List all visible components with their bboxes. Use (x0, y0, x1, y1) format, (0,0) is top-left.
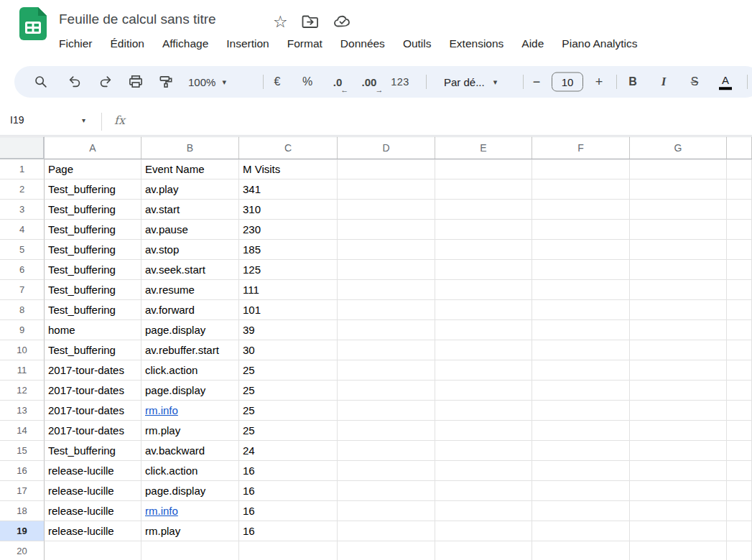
column-header-E[interactable]: E (435, 136, 532, 159)
cell-B12[interactable]: page.display (141, 381, 239, 401)
menu-fichier[interactable]: Fichier (57, 36, 94, 52)
cell-A10[interactable]: Test_buffering (45, 340, 141, 360)
cell-D9[interactable] (338, 320, 435, 340)
row-header-4[interactable]: 4 (0, 220, 45, 240)
cell-C20[interactable] (239, 541, 338, 560)
cell-F7[interactable] (532, 280, 630, 300)
cell-H13[interactable] (727, 401, 752, 421)
cell-B2[interactable]: av.play (141, 179, 239, 200)
select-all-corner[interactable] (0, 136, 45, 159)
cell-A11[interactable]: 2017-tour-dates (45, 360, 141, 381)
cell-H15[interactable] (727, 441, 752, 461)
cell-E20[interactable] (435, 541, 532, 560)
cell-B20[interactable] (141, 541, 239, 560)
menu-edition[interactable]: Édition (109, 36, 146, 52)
cell-A16[interactable]: release-lucille (45, 461, 141, 481)
menu-aide[interactable]: Aide (520, 36, 545, 52)
row-header-19[interactable]: 19 (0, 521, 45, 541)
cell-F20[interactable] (532, 541, 630, 560)
increase-decimal-button[interactable]: .00→ (362, 76, 377, 88)
row-header-7[interactable]: 7 (0, 280, 45, 300)
cell-D18[interactable] (338, 501, 435, 521)
cell-E14[interactable] (435, 421, 532, 441)
star-icon[interactable]: ☆ (273, 13, 288, 30)
format-currency-button[interactable]: € (274, 75, 281, 88)
cell-C8[interactable]: 101 (239, 300, 338, 320)
cell-D17[interactable] (338, 481, 435, 501)
cell-E3[interactable] (435, 200, 532, 220)
cell-H4[interactable] (727, 220, 752, 240)
cell-A4[interactable]: Test_buffering (45, 220, 141, 240)
cell-D4[interactable] (338, 220, 435, 240)
cell-F14[interactable] (532, 421, 630, 441)
cell-E8[interactable] (435, 300, 532, 320)
cell-G2[interactable] (630, 179, 727, 200)
menu-outils[interactable]: Outils (401, 36, 433, 52)
cell-E1[interactable] (435, 159, 532, 179)
cell-E9[interactable] (435, 320, 532, 340)
cell-F6[interactable] (532, 260, 630, 280)
cell-H17[interactable] (727, 481, 752, 501)
cell-G19[interactable] (630, 521, 727, 541)
cell-D6[interactable] (338, 260, 435, 280)
cell-G9[interactable] (630, 320, 727, 340)
menu-insertion[interactable]: Insertion (225, 36, 270, 52)
cell-A20[interactable] (45, 541, 141, 560)
row-header-18[interactable]: 18 (0, 501, 45, 521)
cell-B17[interactable]: page.display (141, 481, 239, 501)
cell-G1[interactable] (630, 159, 727, 179)
cell-B7[interactable]: av.resume (141, 280, 239, 300)
strikethrough-button[interactable]: S (691, 75, 699, 88)
column-header-G[interactable]: G (630, 136, 727, 159)
cell-E19[interactable] (435, 521, 532, 541)
cell-A3[interactable]: Test_buffering (45, 200, 141, 220)
cell-F11[interactable] (532, 360, 630, 381)
cell-G15[interactable] (630, 441, 727, 461)
cell-G14[interactable] (630, 421, 727, 441)
decrease-decimal-button[interactable]: .0← (333, 76, 343, 88)
cell-B14[interactable]: rm.play (141, 421, 239, 441)
cell-C12[interactable]: 25 (239, 381, 338, 401)
text-color-button[interactable]: A (719, 74, 732, 90)
cell-A1[interactable]: Page (45, 159, 141, 179)
cell-F2[interactable] (532, 179, 630, 200)
column-header-partial[interactable] (727, 136, 752, 159)
cell-C19[interactable]: 16 (239, 521, 338, 541)
cell-E4[interactable] (435, 220, 532, 240)
cell-B16[interactable]: click.action (141, 461, 239, 481)
cell-G3[interactable] (630, 200, 727, 220)
cell-D19[interactable] (338, 521, 435, 541)
cell-F8[interactable] (532, 300, 630, 320)
cell-G20[interactable] (630, 541, 727, 560)
name-box[interactable]: I19 (10, 114, 24, 126)
cell-H1[interactable] (727, 159, 752, 179)
cell-H9[interactable] (727, 320, 752, 340)
cell-D5[interactable] (338, 240, 435, 260)
cell-D11[interactable] (338, 360, 435, 381)
cell-H14[interactable] (727, 421, 752, 441)
cell-C3[interactable]: 310 (239, 200, 338, 220)
cell-G12[interactable] (630, 381, 727, 401)
cell-F5[interactable] (532, 240, 630, 260)
cell-E7[interactable] (435, 280, 532, 300)
cell-B9[interactable]: page.display (141, 320, 239, 340)
bold-button[interactable]: B (628, 75, 637, 88)
cell-C7[interactable]: 111 (239, 280, 338, 300)
format-percent-button[interactable]: % (302, 75, 312, 88)
cell-F4[interactable] (532, 220, 630, 240)
cell-F3[interactable] (532, 200, 630, 220)
cell-E16[interactable] (435, 461, 532, 481)
cell-E13[interactable] (435, 401, 532, 421)
cell-G10[interactable] (630, 340, 727, 360)
column-header-D[interactable]: D (338, 136, 435, 159)
print-icon[interactable] (128, 74, 144, 90)
row-header-14[interactable]: 14 (0, 421, 45, 441)
search-icon[interactable] (33, 74, 49, 90)
row-header-5[interactable]: 5 (0, 240, 45, 260)
cell-H16[interactable] (727, 461, 752, 481)
row-header-17[interactable]: 17 (0, 481, 45, 501)
cell-B6[interactable]: av.seek.start (141, 260, 239, 280)
cell-B15[interactable]: av.backward (141, 441, 239, 461)
cell-H7[interactable] (727, 280, 752, 300)
cell-B19[interactable]: rm.play (141, 521, 239, 541)
